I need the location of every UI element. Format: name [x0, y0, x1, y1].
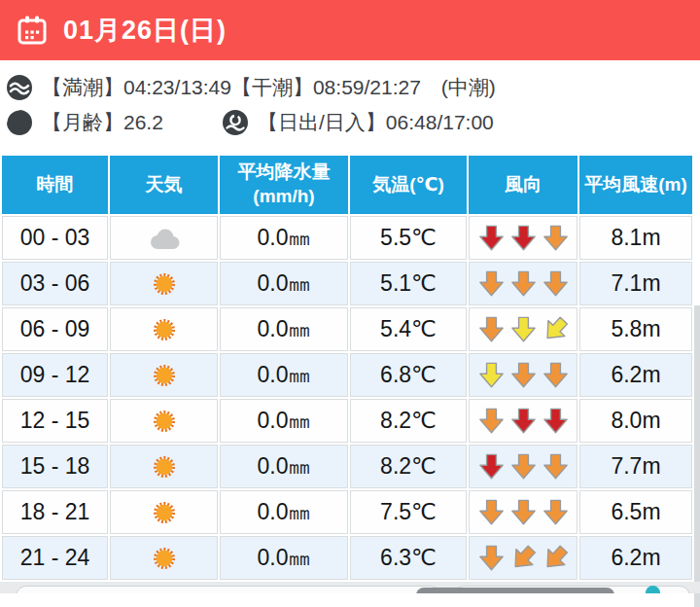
wind-direction-cell [469, 353, 578, 397]
col-header-time: 時間 [2, 156, 108, 214]
sunny-icon [150, 315, 179, 344]
time-range-cell: 09 - 12 [2, 353, 108, 397]
wind-speed-cell: 7.7m [579, 445, 692, 488]
forecast-table: 時間 天気 平均降水量 (mm/h) 気温(℃) 風向 平均風速(m) 00 -… [0, 154, 694, 582]
sunny-icon [150, 407, 179, 436]
date-header: 01月26日(日) [0, 0, 700, 60]
tide-wave-icon [6, 74, 33, 101]
table-header-row: 時間 天気 平均降水量 (mm/h) 気温(℃) 風向 平均風速(m) [2, 156, 692, 214]
precipitation-cell: 0.0㎜ [220, 490, 348, 534]
tide-info: 【満潮】04:23/13:49【干潮】08:59/21:27 (中潮) [42, 73, 496, 102]
tide-row: 【満潮】04:23/13:49【干潮】08:59/21:27 (中潮) [6, 73, 692, 102]
wind-arrow-south-icon [476, 360, 507, 390]
wind-arrow-south-icon [508, 451, 539, 482]
cutoff-footer [0, 582, 700, 593]
temperature-cell: 5.5℃ [350, 216, 467, 260]
time-range-cell: 00 - 03 [2, 216, 108, 260]
wind-arrow-south-icon [508, 223, 539, 253]
sunny-icon [150, 269, 179, 299]
col-header-wind-speed: 平均風速(m) [579, 156, 692, 214]
partial-scrollbar-thumb[interactable] [416, 588, 614, 593]
time-range-cell: 15 - 18 [2, 445, 108, 488]
weather-cell [110, 307, 218, 351]
col-header-temperature: 気温(℃) [350, 156, 467, 214]
col-header-wind-direction: 風向 [469, 156, 578, 214]
wind-arrow-south-icon [476, 451, 507, 482]
weather-cell [110, 490, 218, 534]
weather-cell [110, 262, 218, 305]
sunny-icon [150, 452, 179, 482]
date-label: 01月26日(日) [63, 13, 227, 48]
wind-arrow-south-icon [476, 497, 507, 527]
time-range-cell: 18 - 21 [2, 490, 108, 534]
forecast-row: 21 - 24 0.0㎜6.3℃ 6.2m [2, 536, 692, 580]
moon-sun-row: 【月齢】26.2 【日出/日入】06:48/17:00 [6, 108, 692, 137]
temperature-cell: 7.5℃ [350, 490, 467, 534]
cloudy-icon [145, 225, 184, 252]
forecast-row: 12 - 15 0.0㎜8.2℃ 8.0m [2, 399, 692, 443]
temperature-cell: 5.4℃ [350, 307, 467, 351]
precipitation-cell: 0.0㎜ [220, 399, 348, 443]
wind-arrow-south-icon [541, 268, 571, 299]
weather-forecast-page: 01月26日(日) 【満潮】04:23/13:49【干潮】08:59/21:27… [0, 0, 700, 607]
wind-direction-cell [469, 216, 578, 260]
temperature-cell: 6.8℃ [350, 353, 467, 397]
sunrise-sunset-times: 【日出/日入】06:48/17:00 [258, 108, 494, 137]
precipitation-cell: 0.0㎜ [220, 445, 348, 488]
precipitation-cell: 0.0㎜ [220, 353, 348, 397]
partial-status-dot [646, 586, 660, 593]
wind-arrow-south-icon [541, 451, 571, 482]
weather-cell [110, 399, 218, 443]
temperature-cell: 5.1℃ [350, 262, 467, 305]
col-header-precipitation: 平均降水量 (mm/h) [220, 156, 348, 214]
wind-arrow-south-icon [476, 406, 507, 436]
wind-arrow-south-icon [541, 223, 571, 253]
calendar-icon [16, 14, 49, 47]
wind-speed-cell: 5.8m [579, 307, 692, 351]
wind-arrow-south-icon [541, 406, 571, 436]
wind-direction-cell [469, 490, 578, 534]
wind-arrow-south-icon [541, 497, 571, 527]
sunrise-sunset-icon [222, 109, 249, 136]
weather-cell [110, 353, 218, 397]
time-range-cell: 12 - 15 [2, 399, 108, 443]
wind-direction-cell [469, 262, 578, 305]
sunny-icon [150, 361, 179, 390]
wind-direction-cell [469, 399, 578, 443]
precipitation-cell: 0.0㎜ [220, 536, 348, 580]
weather-cell [110, 216, 218, 260]
wind-arrow-south-icon [476, 268, 507, 299]
weather-cell [110, 445, 218, 488]
wind-speed-cell: 6.2m [579, 536, 692, 580]
forecast-table-wrap: 時間 天気 平均降水量 (mm/h) 気温(℃) 風向 平均風速(m) 00 -… [0, 154, 700, 582]
wind-arrow-south-icon [508, 268, 539, 299]
wind-speed-cell: 8.0m [579, 399, 692, 443]
forecast-row: 00 - 03 0.0㎜5.5℃ 8.1m [2, 216, 692, 260]
forecast-row: 15 - 18 0.0㎜8.2℃ 7.7m [2, 445, 692, 488]
right-gutter [694, 305, 700, 607]
forecast-row: 06 - 09 0.0㎜5.4℃ 5.8m [2, 307, 692, 351]
partial-button-left[interactable] [16, 586, 441, 593]
moon-age-icon [6, 109, 33, 136]
forecast-row: 18 - 21 0.0㎜7.5℃ 6.5m [2, 490, 692, 534]
sunny-icon [150, 498, 179, 527]
wind-arrow-south-icon [476, 223, 507, 253]
wind-arrow-south-icon [541, 360, 571, 390]
wind-arrow-southwest-icon [534, 308, 577, 351]
almanac-panel: 【満潮】04:23/13:49【干潮】08:59/21:27 (中潮) 【月齢】… [0, 60, 700, 154]
wind-direction-cell [469, 307, 578, 351]
wind-direction-cell [469, 445, 578, 488]
temperature-cell: 8.2℃ [350, 445, 467, 488]
precipitation-cell: 0.0㎜ [220, 262, 348, 305]
wind-speed-cell: 8.1m [579, 216, 692, 260]
wind-arrow-southwest-icon [534, 537, 577, 580]
precipitation-cell: 0.0㎜ [220, 216, 348, 260]
time-range-cell: 03 - 06 [2, 262, 108, 305]
col-header-weather: 天気 [110, 156, 218, 214]
temperature-cell: 8.2℃ [350, 399, 467, 443]
wind-speed-cell: 6.2m [579, 353, 692, 397]
wind-arrow-south-icon [508, 406, 539, 436]
moon-age-value: 【月齢】26.2 [42, 108, 213, 137]
wind-speed-cell: 6.5m [579, 490, 692, 534]
wind-direction-cell [469, 536, 578, 580]
